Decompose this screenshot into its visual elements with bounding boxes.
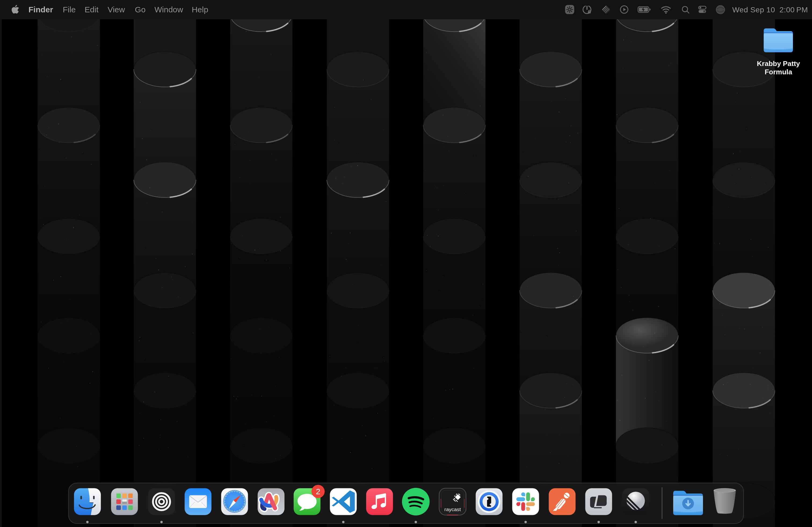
svg-text:raycast: raycast — [445, 507, 461, 512]
